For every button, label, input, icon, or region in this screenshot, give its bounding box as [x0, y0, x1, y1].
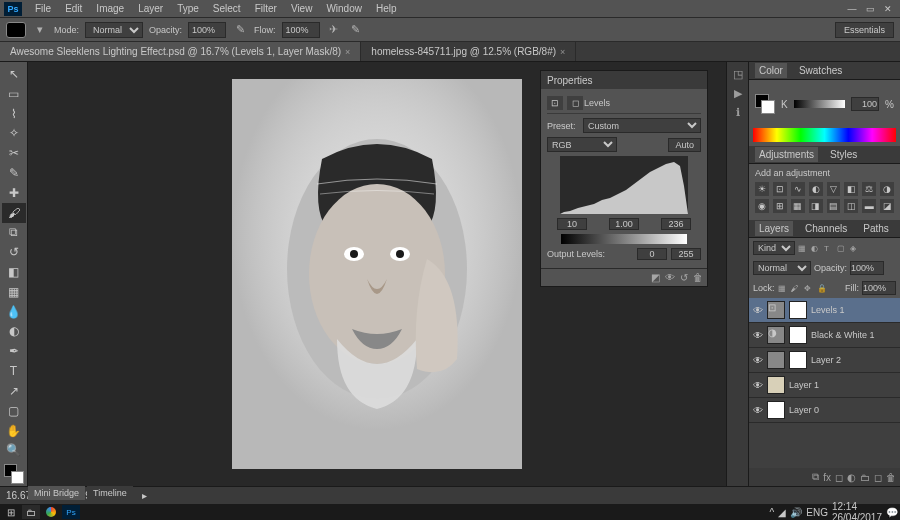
- layer-thumb[interactable]: [767, 351, 785, 369]
- mask-thumb[interactable]: [789, 351, 807, 369]
- dodge-tool-icon[interactable]: ◐: [2, 322, 26, 342]
- explorer-icon[interactable]: 🗀: [22, 505, 40, 519]
- lock-all-icon[interactable]: 🔒: [817, 284, 827, 293]
- lasso-tool-icon[interactable]: ⌇: [2, 104, 26, 124]
- layer-row[interactable]: 👁Layer 1: [749, 373, 900, 398]
- gradmap-icon[interactable]: ▬: [862, 199, 876, 213]
- hue-icon[interactable]: ◧: [844, 182, 858, 196]
- gradient-tool-icon[interactable]: ▦: [2, 282, 26, 302]
- mask-thumb[interactable]: [789, 326, 807, 344]
- history-brush-icon[interactable]: ↺: [2, 242, 26, 262]
- close-icon[interactable]: ✕: [880, 3, 896, 15]
- shape-tool-icon[interactable]: ▢: [2, 401, 26, 421]
- maximize-icon[interactable]: ▭: [862, 3, 878, 15]
- adj-thumb[interactable]: ⊡: [767, 301, 785, 319]
- adjustments-tab[interactable]: Adjustments: [755, 147, 818, 162]
- minimize-icon[interactable]: —: [844, 3, 860, 15]
- brush-preview[interactable]: [6, 22, 26, 38]
- threshold-icon[interactable]: ◫: [844, 199, 858, 213]
- link-icon[interactable]: ⧉: [812, 471, 819, 483]
- menu-select[interactable]: Select: [206, 1, 248, 16]
- exposure-icon[interactable]: ◐: [809, 182, 823, 196]
- channels-tab[interactable]: Channels: [801, 221, 851, 236]
- mask-mode-icon[interactable]: ◻: [567, 96, 583, 110]
- menu-help[interactable]: Help: [369, 1, 404, 16]
- brush-preset-icon[interactable]: ▾: [32, 22, 48, 38]
- tray-up-icon[interactable]: ^: [770, 507, 775, 518]
- k-slider[interactable]: [794, 100, 845, 108]
- filter-adj-icon[interactable]: ◐: [811, 244, 821, 253]
- crop-tool-icon[interactable]: ✂: [2, 143, 26, 163]
- new-icon[interactable]: ◻: [874, 472, 882, 483]
- layers-tab[interactable]: Layers: [755, 221, 793, 236]
- fill-input[interactable]: [862, 281, 896, 295]
- color-swatches[interactable]: [4, 464, 24, 484]
- levels-type-icon[interactable]: ⊡: [547, 96, 563, 110]
- ps-taskbar-icon[interactable]: Ps: [62, 505, 80, 519]
- trash-icon[interactable]: 🗑: [886, 472, 896, 483]
- tab-close-icon[interactable]: ×: [560, 47, 565, 57]
- blend-mode[interactable]: Normal: [753, 261, 811, 275]
- heal-tool-icon[interactable]: ✚: [2, 183, 26, 203]
- mask-icon[interactable]: ◻: [835, 472, 843, 483]
- color-spectrum[interactable]: [753, 128, 896, 142]
- tray-notif-icon[interactable]: 💬: [886, 507, 898, 518]
- tab-close-icon[interactable]: ×: [345, 47, 350, 57]
- eraser-tool-icon[interactable]: ◧: [2, 262, 26, 282]
- menu-edit[interactable]: Edit: [58, 1, 89, 16]
- input-white[interactable]: [661, 218, 691, 230]
- menu-filter[interactable]: Filter: [248, 1, 284, 16]
- tray-time[interactable]: 12:1426/04/2017: [832, 501, 882, 520]
- lock-paint-icon[interactable]: 🖌: [791, 284, 801, 293]
- mini-bridge-tab[interactable]: Mini Bridge: [28, 486, 85, 500]
- menu-file[interactable]: File: [28, 1, 58, 16]
- auto-button[interactable]: Auto: [668, 138, 701, 152]
- layer-filter[interactable]: Kind: [753, 241, 795, 255]
- k-input[interactable]: [851, 97, 879, 111]
- pressure-size-icon[interactable]: ✎: [348, 22, 364, 38]
- filter-type-icon[interactable]: T: [824, 244, 834, 253]
- chrome-icon[interactable]: [42, 505, 60, 519]
- pressure-opacity-icon[interactable]: ✎: [232, 22, 248, 38]
- workspace-switcher[interactable]: Essentials: [835, 22, 894, 38]
- menu-type[interactable]: Type: [170, 1, 206, 16]
- airbrush-icon[interactable]: ✈: [326, 22, 342, 38]
- filter-smart-icon[interactable]: ◈: [850, 244, 860, 253]
- marquee-tool-icon[interactable]: ▭: [2, 84, 26, 104]
- start-icon[interactable]: ⊞: [2, 505, 20, 519]
- delete-adj-icon[interactable]: 🗑: [693, 272, 703, 283]
- tray-vol-icon[interactable]: 🔊: [790, 507, 802, 518]
- layer-row[interactable]: 👁Layer 2: [749, 348, 900, 373]
- color-tab[interactable]: Color: [755, 63, 787, 78]
- history-panel-icon[interactable]: ◳: [733, 68, 743, 81]
- brush-tool-icon[interactable]: 🖌: [2, 203, 26, 223]
- poster-icon[interactable]: ▤: [827, 199, 841, 213]
- tray-net-icon[interactable]: ◢: [778, 507, 786, 518]
- menu-window[interactable]: Window: [319, 1, 369, 16]
- bw-icon[interactable]: ◑: [880, 182, 894, 196]
- visibility-icon[interactable]: 👁: [753, 405, 763, 416]
- lookup-icon[interactable]: ▦: [791, 199, 805, 213]
- flow-input[interactable]: [282, 22, 320, 38]
- tab-inactive[interactable]: homeless-845711.jpg @ 12.5% (RGB/8#)×: [361, 42, 576, 61]
- fx-icon[interactable]: fx: [823, 472, 831, 483]
- input-black[interactable]: [557, 218, 587, 230]
- eyedropper-tool-icon[interactable]: ✎: [2, 163, 26, 183]
- zoom-tool-icon[interactable]: 🔍: [2, 440, 26, 460]
- input-gradient[interactable]: [561, 234, 687, 244]
- mixer-icon[interactable]: ⊞: [773, 199, 787, 213]
- type-tool-icon[interactable]: T: [2, 361, 26, 381]
- move-tool-icon[interactable]: ↖: [2, 64, 26, 84]
- wand-tool-icon[interactable]: ✧: [2, 123, 26, 143]
- levels-icon[interactable]: ⊡: [773, 182, 787, 196]
- layer-row[interactable]: 👁Layer 0: [749, 398, 900, 423]
- blur-tool-icon[interactable]: 💧: [2, 302, 26, 322]
- brightness-icon[interactable]: ☀: [755, 182, 769, 196]
- colorbal-icon[interactable]: ⚖: [862, 182, 876, 196]
- histogram[interactable]: [560, 156, 688, 214]
- lock-trans-icon[interactable]: ▦: [778, 284, 788, 293]
- hand-tool-icon[interactable]: ✋: [2, 421, 26, 441]
- stamp-tool-icon[interactable]: ⧉: [2, 223, 26, 243]
- styles-tab[interactable]: Styles: [826, 147, 861, 162]
- clip-icon[interactable]: ◩: [651, 272, 660, 283]
